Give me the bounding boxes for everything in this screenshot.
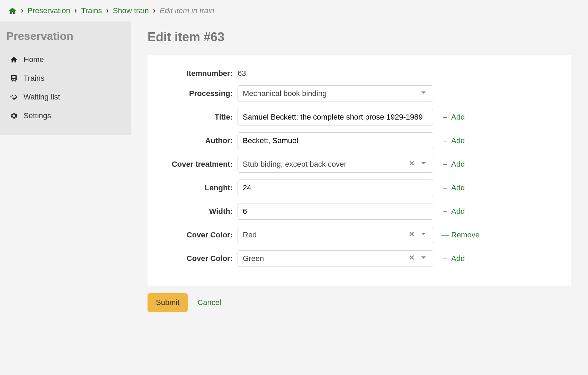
plus-icon: ＋ — [441, 160, 449, 168]
label-processing: Processing: — [168, 89, 238, 98]
label-cover-treatment: Cover treatment: — [168, 159, 238, 169]
submit-button[interactable]: Submit — [148, 293, 188, 312]
label-width: Width: — [168, 207, 238, 216]
chevron-down-icon — [419, 229, 428, 241]
main-content: Edit item #63 Itemnumber: 63 Processing:… — [131, 21, 588, 320]
form-row-width: Width: ＋ Add — [168, 203, 551, 220]
form-row-itemnumber: Itemnumber: 63 — [168, 69, 551, 78]
plus-icon: ＋ — [441, 137, 449, 145]
remove-cover-color-1-button[interactable]: — Remove — [441, 230, 480, 239]
form-row-processing: Processing: Mechanical book binding — [168, 85, 551, 102]
breadcrumb-current: Edit item in train — [160, 6, 214, 15]
breadcrumb-link-preservation[interactable]: Preservation — [27, 6, 70, 15]
chevron-right-icon: › — [74, 6, 77, 15]
clear-icon[interactable] — [408, 159, 416, 169]
chevron-right-icon: › — [21, 6, 23, 15]
label-lenght: Lenght: — [168, 183, 238, 193]
add-cover-color-2-button[interactable]: ＋ Add — [441, 254, 465, 263]
sidebar-item-label: Waiting list — [24, 93, 60, 102]
breadcrumb: › Preservation › Trains › Show train › E… — [0, 0, 588, 21]
value-itemnumber: 63 — [238, 69, 246, 78]
label-cover-color-2: Cover Color: — [168, 254, 238, 263]
width-input[interactable] — [238, 203, 433, 220]
add-width-button[interactable]: ＋ Add — [441, 207, 465, 216]
cover-color-2-select-value: Green — [243, 254, 264, 263]
recycle-icon — [10, 93, 18, 101]
minus-icon: — — [441, 231, 449, 239]
add-cover-treatment-button[interactable]: ＋ Add — [441, 160, 465, 169]
form-row-lenght: Lenght: ＋ Add — [168, 180, 551, 196]
chevron-down-icon — [419, 159, 428, 170]
footer-actions: Submit Cancel — [148, 293, 571, 312]
cover-color-1-select[interactable]: Red — [238, 227, 433, 243]
breadcrumb-link-trains[interactable]: Trains — [81, 6, 102, 15]
form-row-title: Title: ＋ Add — [168, 109, 551, 125]
chevron-right-icon: › — [106, 6, 108, 15]
sidebar-item-label: Home — [24, 55, 44, 64]
home-icon — [10, 56, 18, 63]
sidebar-item-home[interactable]: Home — [6, 50, 125, 69]
form-panel: Itemnumber: 63 Processing: Mechanical bo… — [148, 55, 571, 286]
cover-color-2-select[interactable]: Green — [238, 250, 433, 267]
add-lenght-button[interactable]: ＋ Add — [441, 183, 465, 192]
clear-icon[interactable] — [408, 230, 416, 240]
form-row-cover-treatment: Cover treatment: Stub biding, except bac… — [168, 156, 551, 173]
train-icon — [10, 75, 18, 82]
form-row-cover-color-2: Cover Color: Green ＋ Add — [168, 250, 551, 267]
sidebar-item-waiting-list[interactable]: Waiting list — [6, 88, 125, 106]
cover-color-1-select-value: Red — [243, 230, 257, 239]
plus-icon: ＋ — [441, 113, 449, 121]
label-author: Author: — [168, 136, 238, 146]
processing-select[interactable]: Mechanical book binding — [238, 85, 433, 102]
processing-select-value: Mechanical book binding — [243, 89, 327, 98]
plus-icon: ＋ — [441, 184, 449, 192]
sidebar-item-settings[interactable]: Settings — [6, 106, 125, 125]
cover-treatment-select-value: Stub biding, except back cover — [243, 160, 347, 169]
sidebar-item-trains[interactable]: Trains — [6, 69, 125, 88]
form-row-cover-color-1: Cover Color: Red — Remove — [168, 227, 551, 243]
gear-icon — [10, 112, 18, 120]
chevron-down-icon — [419, 88, 428, 99]
plus-icon: ＋ — [441, 254, 449, 263]
breadcrumb-link-show-train[interactable]: Show train — [113, 6, 149, 15]
label-title: Title: — [168, 112, 238, 122]
add-author-button[interactable]: ＋ Add — [441, 136, 465, 145]
sidebar-item-label: Settings — [24, 111, 51, 120]
label-itemnumber: Itemnumber: — [168, 69, 238, 78]
cover-treatment-select[interactable]: Stub biding, except back cover — [238, 156, 433, 173]
clear-icon[interactable] — [408, 254, 416, 263]
title-input[interactable] — [238, 109, 433, 125]
form-row-author: Author: ＋ Add — [168, 132, 551, 149]
chevron-down-icon — [419, 253, 428, 264]
plus-icon: ＋ — [441, 207, 449, 216]
sidebar-item-label: Trains — [24, 74, 44, 83]
page-title: Edit item #63 — [148, 30, 571, 44]
sidebar: Preservation Home Trains Waiting list Se… — [0, 21, 131, 135]
label-cover-color-1: Cover Color: — [168, 230, 238, 240]
sidebar-title: Preservation — [6, 30, 125, 43]
cancel-button[interactable]: Cancel — [197, 298, 221, 307]
breadcrumb-home-icon[interactable] — [8, 7, 17, 15]
author-input[interactable] — [238, 132, 433, 149]
lenght-input[interactable] — [238, 180, 433, 196]
chevron-right-icon: › — [153, 6, 155, 15]
add-title-button[interactable]: ＋ Add — [441, 113, 465, 122]
